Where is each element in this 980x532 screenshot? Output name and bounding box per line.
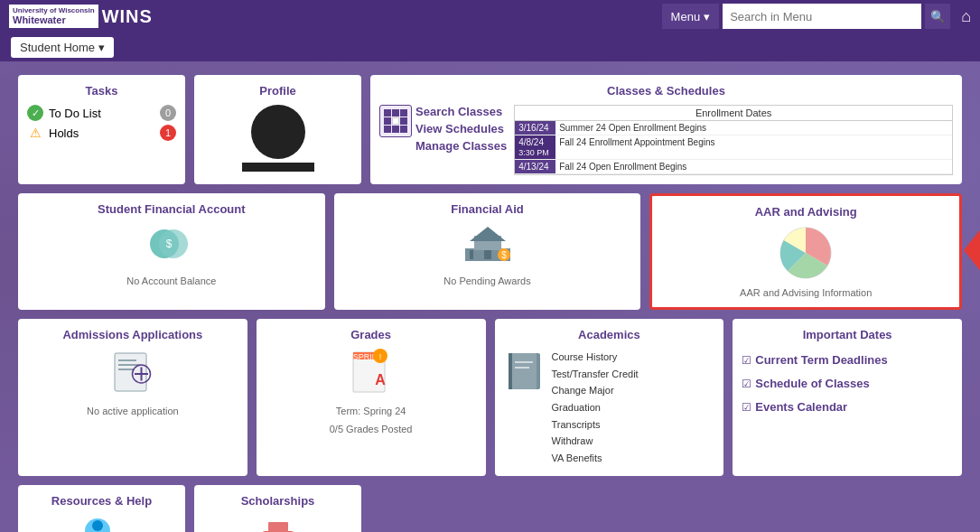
change-major-link[interactable]: Change Major [552, 382, 639, 399]
admissions-title: Admissions Applications [27, 328, 238, 341]
academics-tile: Academics Course History Test/Transfer C… [495, 319, 724, 476]
student-financial-subtitle: No Account Balance [27, 275, 316, 286]
enrollment-row-3: 4/13/24 Fall 24 Open Enrollment Begins [515, 160, 952, 174]
svg-text:A: A [375, 372, 386, 387]
search-input[interactable] [723, 4, 921, 29]
wins-logo: WINS [102, 6, 153, 27]
holds-item[interactable]: ⚠ Holds 1 [27, 125, 176, 141]
menu-button[interactable]: Menu ▾ [662, 4, 720, 29]
scholarships-tile: Scholarships [194, 485, 361, 532]
chevron-down-icon: ▾ [704, 10, 710, 23]
course-history-link[interactable]: Course History [552, 349, 639, 366]
svg-text:!: ! [378, 352, 381, 361]
important-dates-tile: Important Dates ☑ Current Term Deadlines… [733, 319, 962, 476]
logo: University of Wisconsin Whitewater WINS [9, 5, 153, 29]
academics-links: Course History Test/Transfer Credit Chan… [552, 349, 639, 467]
search-icon: 🔍 [930, 10, 946, 23]
enrollment-box: Enrollment Dates 3/16/24 Summer 24 Open … [514, 105, 953, 175]
header: University of Wisconsin Whitewater WINS … [0, 0, 980, 33]
student-home-button[interactable]: Student Home ▾ [11, 37, 114, 58]
scholarships-title: Scholarships [203, 494, 352, 508]
search-classes-link[interactable]: Search Classes [415, 105, 507, 118]
todo-item[interactable]: ✓ To Do List 0 [27, 105, 176, 121]
main-content: Tasks ✓ To Do List 0 ⚠ Holds 1 Profile [0, 61, 980, 532]
row-2: Student Financial Account $ No Account B… [18, 193, 962, 310]
financial-aid-title: Financial Aid [343, 202, 632, 216]
grades-title: Grades [266, 328, 477, 341]
aar-subtitle: AAR and Advising Information [661, 287, 950, 298]
aar-title: AAR and Advising [661, 205, 950, 219]
student-financial-title: Student Financial Account [27, 202, 316, 216]
svg-point-1 [159, 229, 188, 258]
sub-header: Student Home ▾ [0, 33, 980, 61]
row4-spacer [370, 485, 962, 532]
profile-title: Profile [203, 84, 352, 98]
svg-point-32 [92, 520, 103, 531]
student-financial-tile: Student Financial Account $ No Account B… [18, 193, 325, 310]
avatar-bar [242, 163, 314, 172]
row-1: Tasks ✓ To Do List 0 ⚠ Holds 1 Profile [18, 75, 962, 184]
home-button[interactable]: ⌂ [961, 7, 971, 26]
enrollment-header: Enrollment Dates [515, 106, 952, 121]
pie-chart [779, 226, 833, 280]
svg-rect-28 [509, 353, 512, 389]
search-button[interactable]: 🔍 [925, 4, 950, 29]
transcripts-link[interactable]: Transcripts [552, 416, 639, 434]
financial-aid-icon: $ [461, 223, 515, 268]
resources-tile: Resources & Help ? [18, 485, 185, 532]
graduation-link[interactable]: Graduation [552, 399, 639, 416]
current-term-link[interactable]: ☑ Current Term Deadlines [742, 349, 953, 372]
svg-rect-14 [118, 359, 136, 361]
manage-classes-link[interactable]: Manage Classes [415, 139, 507, 153]
dropdown-icon: ▾ [98, 41, 105, 54]
tasks-tile: Tasks ✓ To Do List 0 ⚠ Holds 1 [18, 75, 185, 184]
svg-rect-6 [470, 250, 473, 259]
svg-marker-12 [964, 228, 980, 273]
svg-rect-30 [515, 367, 529, 369]
svg-text:$: $ [501, 250, 507, 260]
scholarships-icon [203, 515, 352, 532]
resources-title: Resources & Help [27, 494, 176, 508]
important-dates-title: Important Dates [742, 328, 953, 341]
warning-icon: ⚠ [27, 125, 43, 141]
admissions-subtitle: No active application [27, 406, 238, 416]
grades-icon: SPRING A ! [349, 349, 394, 398]
svg-rect-27 [511, 353, 537, 389]
financial-aid-tile: Financial Aid $ No Pending Awards [334, 193, 641, 310]
view-schedules-link[interactable]: View Schedules [415, 122, 507, 135]
row-3: Admissions Applications No active applic… [18, 319, 962, 476]
va-benefits-link[interactable]: VA Benefits [552, 450, 639, 467]
uww-logo-text: University of Wisconsin Whitewater [9, 5, 98, 29]
tasks-title: Tasks [27, 84, 176, 98]
grades-posted: 0/5 Grades Posted [266, 424, 477, 434]
test-transfer-link[interactable]: Test/Transfer Credit [552, 366, 639, 383]
aar-tile: AAR and Advising AAR and Advising Inform… [649, 193, 962, 310]
calendar-icon [379, 105, 412, 137]
classes-title: Classes & Schedules [379, 84, 953, 98]
enrollment-row-2: 4/8/243:30 PM Fall 24 Enrollment Appoint… [515, 135, 952, 160]
check-icon: ✓ [27, 105, 43, 121]
admissions-tile: Admissions Applications No active applic… [18, 319, 247, 476]
holds-badge: 1 [160, 125, 176, 141]
resources-icon: ? [27, 515, 176, 532]
financial-icon: $ [145, 223, 199, 268]
important-dates-links: ☑ Current Term Deadlines ☑ Schedule of C… [742, 349, 953, 419]
admissions-icon [107, 349, 157, 398]
red-arrow-indicator [964, 228, 980, 276]
classes-content: Search Classes View Schedules Manage Cla… [379, 105, 953, 175]
financial-aid-subtitle: No Pending Awards [343, 275, 632, 286]
avatar [251, 105, 305, 159]
academics-title: Academics [504, 328, 715, 341]
svg-rect-29 [515, 361, 533, 363]
svg-marker-5 [470, 227, 506, 241]
profile-tile: Profile [194, 75, 361, 184]
classes-links: Search Classes View Schedules Manage Cla… [415, 105, 507, 153]
checkbox-icon-2: ☑ [742, 373, 751, 395]
row-4: Resources & Help ? Scholarships [18, 485, 962, 532]
schedule-of-classes-link[interactable]: ☑ Schedule of Classes [742, 372, 953, 396]
svg-text:$: $ [166, 238, 173, 250]
withdraw-link[interactable]: Withdraw [552, 433, 639, 450]
enrollment-row-1: 3/16/24 Summer 24 Open Enrollment Begins [515, 121, 952, 135]
events-calendar-link[interactable]: ☑ Events Calendar [742, 396, 953, 419]
svg-rect-8 [484, 250, 491, 259]
